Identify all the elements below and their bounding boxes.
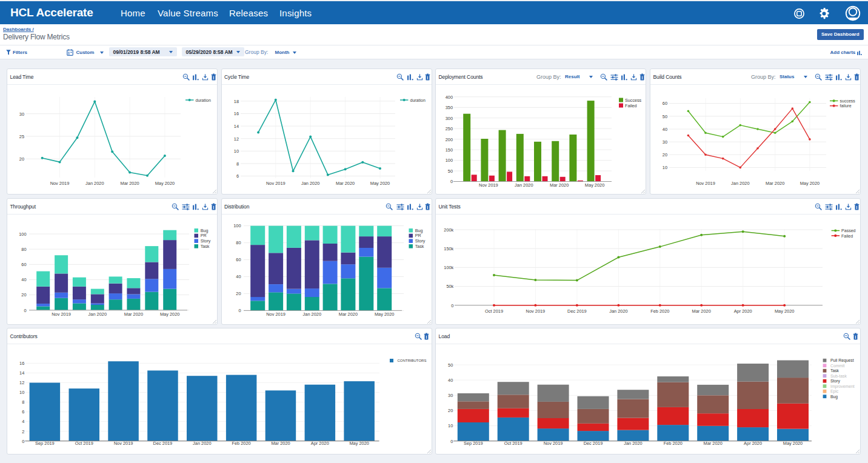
svg-text:Task: Task [415,244,424,249]
svg-text:failure: failure [840,104,852,108]
svg-text:May 2020: May 2020 [800,181,820,186]
svg-text:Jan 2020: Jan 2020 [88,311,107,317]
svg-text:Mar 2020: Mar 2020 [335,181,354,186]
svg-text:PR: PR [415,233,421,238]
svg-text:Nov 2019: Nov 2019 [479,182,498,188]
svg-text:May 2020: May 2020 [370,181,389,186]
svg-text:Jan 2020: Jan 2020 [302,311,321,317]
svg-text:40: 40 [448,378,453,383]
svg-text:6: 6 [22,409,24,415]
svg-text:Nov 2019: Nov 2019 [526,308,546,314]
svg-text:400: 400 [446,95,453,100]
svg-text:Failed: Failed [625,103,637,108]
svg-text:May 2020: May 2020 [775,308,794,314]
svg-text:12: 12 [19,380,24,385]
svg-text:100k: 100k [444,265,453,270]
svg-text:14: 14 [19,370,24,376]
svg-text:Jan 2020: Jan 2020 [609,308,627,314]
svg-text:100: 100 [19,232,26,237]
svg-text:30: 30 [663,139,667,145]
svg-text:60: 60 [663,101,667,106]
svg-text:250: 250 [446,126,453,132]
svg-text:Bug: Bug [201,228,209,233]
svg-text:Nov 2019: Nov 2019 [696,181,715,186]
svg-text:8: 8 [22,399,24,405]
svg-text:10: 10 [448,423,453,428]
svg-text:Nov 2019: Nov 2019 [265,181,285,186]
svg-text:50k: 50k [446,284,453,289]
svg-text:2: 2 [22,429,24,435]
svg-text:150k: 150k [444,246,453,251]
svg-text:Task: Task [201,244,210,249]
svg-text:14: 14 [233,124,238,129]
svg-text:Bug: Bug [415,228,422,233]
svg-text:Jan 2020: Jan 2020 [515,182,533,188]
svg-text:6: 6 [236,173,238,179]
svg-text:300: 300 [446,116,453,121]
svg-text:40: 40 [236,274,241,279]
svg-text:30: 30 [448,393,453,398]
svg-text:Jan 2020: Jan 2020 [85,181,104,186]
svg-text:Bug: Bug [830,395,838,399]
svg-text:150: 150 [446,147,453,153]
svg-text:CONTRIBUTORS: CONTRIBUTORS [398,359,427,362]
svg-text:60: 60 [236,257,241,262]
svg-text:18: 18 [233,99,238,104]
svg-text:May 2020: May 2020 [160,311,179,317]
svg-text:50: 50 [448,168,453,174]
svg-text:Mar 2020: Mar 2020 [550,182,569,188]
svg-text:4: 4 [22,419,24,424]
svg-text:50: 50 [663,114,667,119]
svg-text:Task: Task [830,368,840,373]
svg-text:Mar 2020: Mar 2020 [338,311,357,317]
svg-text:16: 16 [233,111,238,116]
svg-text:200k: 200k [444,227,453,233]
svg-text:60: 60 [21,262,26,267]
svg-text:10: 10 [663,165,667,170]
svg-text:Nov 2019: Nov 2019 [50,181,70,186]
svg-text:Story: Story [415,238,425,244]
svg-text:May 2020: May 2020 [155,181,175,186]
svg-text:200: 200 [446,137,453,142]
svg-text:Success: Success [625,98,642,103]
svg-text:10: 10 [19,390,24,395]
svg-text:25: 25 [19,134,24,139]
svg-text:PR: PR [201,233,207,238]
svg-text:0: 0 [24,308,26,313]
svg-text:Nov 2019: Nov 2019 [266,311,285,317]
svg-text:Sub-task: Sub-task [830,374,847,378]
svg-text:Epic: Epic [830,389,839,394]
svg-text:100: 100 [446,158,453,163]
svg-text:0: 0 [22,439,24,444]
svg-text:Nov 2019: Nov 2019 [52,311,71,317]
svg-text:Passed: Passed [841,228,855,233]
svg-text:20: 20 [663,152,667,158]
svg-text:Feb 2020: Feb 2020 [650,308,669,314]
svg-text:Story: Story [201,238,211,244]
svg-text:success: success [840,99,856,103]
svg-text:Jan 2020: Jan 2020 [731,181,749,186]
svg-text:Pull Request: Pull Request [830,358,854,363]
svg-text:duration: duration [196,98,211,102]
svg-text:20: 20 [21,292,26,298]
svg-text:80: 80 [236,240,241,245]
svg-text:Dec 2019: Dec 2019 [567,308,587,314]
svg-text:duration: duration [410,98,425,102]
svg-text:50: 50 [448,362,453,368]
svg-text:May 2020: May 2020 [374,311,393,317]
svg-text:16: 16 [19,361,24,366]
svg-text:30: 30 [19,112,24,117]
svg-text:0: 0 [450,179,453,184]
svg-text:80: 80 [21,247,26,252]
svg-text:40: 40 [663,127,667,132]
svg-text:40: 40 [21,277,26,282]
svg-text:10: 10 [233,148,238,154]
svg-text:20: 20 [19,156,24,162]
svg-text:0: 0 [238,308,241,313]
svg-text:12: 12 [233,136,238,142]
svg-text:Commit: Commit [830,364,845,368]
svg-text:100: 100 [233,223,241,228]
svg-text:Failed: Failed [841,234,853,238]
svg-text:Mar 2020: Mar 2020 [124,311,143,317]
svg-text:Mar 2020: Mar 2020 [120,181,139,186]
